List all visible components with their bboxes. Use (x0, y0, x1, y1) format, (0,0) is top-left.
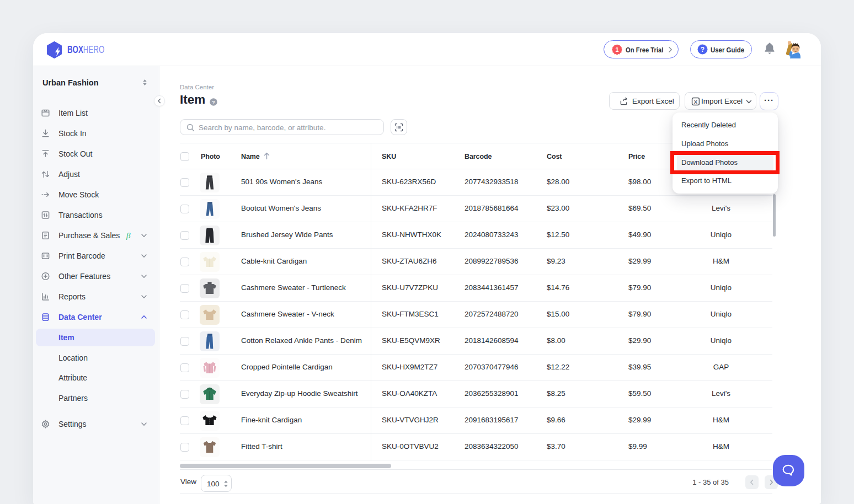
svg-text:1: 1 (615, 46, 618, 53)
svg-text:?: ? (701, 46, 704, 53)
svg-text:?: ? (212, 99, 215, 105)
svg-text:X: X (694, 99, 698, 105)
